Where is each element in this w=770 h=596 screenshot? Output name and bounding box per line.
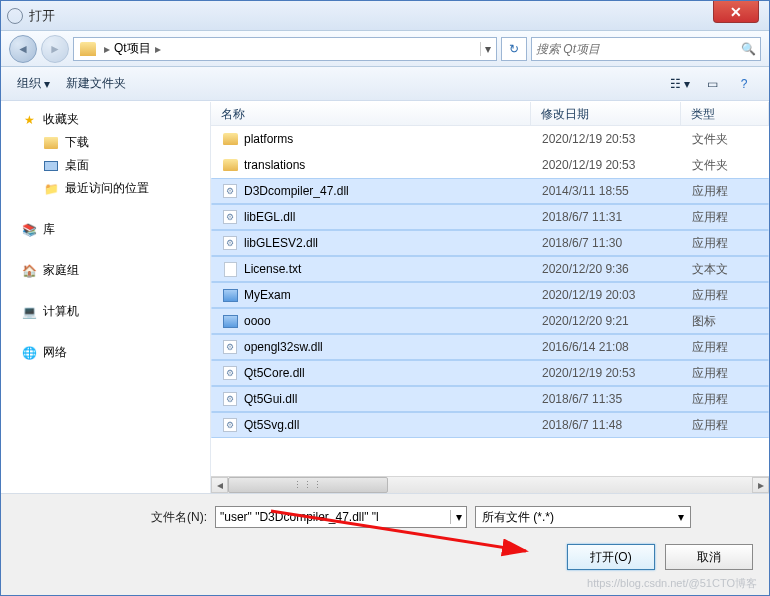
window-title: 打开 <box>29 7 55 25</box>
file-rows[interactable]: platforms2020/12/19 20:53文件夹translations… <box>211 126 769 476</box>
refresh-button[interactable]: ↻ <box>501 37 527 61</box>
search-input[interactable] <box>536 42 741 56</box>
file-row[interactable]: ⚙D3Dcompiler_47.dll2014/3/11 18:55应用程 <box>211 178 769 204</box>
desktop-icon <box>44 161 58 171</box>
file-row[interactable]: oooo2020/12/20 9:21图标 <box>211 308 769 334</box>
scroll-right-arrow[interactable]: ▸ <box>752 477 769 493</box>
filename-dropdown[interactable]: ▾ <box>450 510 466 524</box>
file-date: 2020/12/19 20:53 <box>532 132 682 146</box>
back-button[interactable]: ◄ <box>9 35 37 63</box>
scroll-thumb[interactable]: ⋮⋮⋮ <box>228 477 388 493</box>
file-type: 应用程 <box>682 365 768 382</box>
folder-icon <box>44 137 58 149</box>
breadcrumb-dropdown[interactable]: ▾ <box>480 42 494 56</box>
file-date: 2018/6/7 11:31 <box>532 210 682 224</box>
file-type: 应用程 <box>682 183 768 200</box>
scroll-left-arrow[interactable]: ◂ <box>211 477 228 493</box>
breadcrumb[interactable]: ▸ Qt项目 ▸ ▾ <box>73 37 497 61</box>
view-options-button[interactable]: ☷ ▾ <box>667 73 693 95</box>
dialog-body: ★收藏夹 下载 桌面 📁最近访问的位置 📚库 🏠家庭组 💻计算机 🌐网络 名称 … <box>1 102 769 493</box>
help-button[interactable]: ? <box>731 73 757 95</box>
file-list: 名称 修改日期 类型 platforms2020/12/19 20:53文件夹t… <box>211 102 769 493</box>
file-name: D3Dcompiler_47.dll <box>244 184 349 198</box>
file-name: MyExam <box>244 288 291 302</box>
sidebar-computer[interactable]: 💻计算机 <box>1 300 210 323</box>
homegroup-icon: 🏠 <box>21 263 37 279</box>
titlebar[interactable]: 打开 ✕ <box>1 1 769 31</box>
column-name[interactable]: 名称 <box>211 102 531 125</box>
file-row[interactable]: MyExam2020/12/19 20:03应用程 <box>211 282 769 308</box>
file-name: License.txt <box>244 262 301 276</box>
file-row[interactable]: ⚙libGLESV2.dll2018/6/7 11:30应用程 <box>211 230 769 256</box>
sidebar-libraries[interactable]: 📚库 <box>1 218 210 241</box>
close-button[interactable]: ✕ <box>713 1 759 23</box>
file-row[interactable]: translations2020/12/19 20:53文件夹 <box>211 152 769 178</box>
column-date[interactable]: 修改日期 <box>531 102 681 125</box>
file-row[interactable]: ⚙Qt5Svg.dll2018/6/7 11:48应用程 <box>211 412 769 438</box>
file-type: 应用程 <box>682 417 768 434</box>
file-name: Qt5Core.dll <box>244 366 305 380</box>
file-name: libGLESV2.dll <box>244 236 318 250</box>
footer: 文件名(N): ▾ 所有文件 (*.*) ▾ 打开(O) 取消 <box>1 493 769 595</box>
file-name: translations <box>244 158 305 172</box>
filter-label: 所有文件 (*.*) <box>482 509 554 526</box>
file-date: 2020/12/19 20:03 <box>532 288 682 302</box>
sidebar-item-downloads[interactable]: 下载 <box>1 131 210 154</box>
sidebar-favorites[interactable]: ★收藏夹 <box>1 108 210 131</box>
open-button[interactable]: 打开(O) <box>567 544 655 570</box>
file-date: 2018/6/7 11:35 <box>532 392 682 406</box>
file-date: 2020/12/20 9:21 <box>532 314 682 328</box>
navbar: ◄ ► ▸ Qt项目 ▸ ▾ ↻ 🔍 <box>1 31 769 67</box>
filename-input-wrap: ▾ <box>215 506 467 528</box>
star-icon: ★ <box>21 112 37 128</box>
file-type: 应用程 <box>682 287 768 304</box>
file-type: 文件夹 <box>682 131 768 148</box>
filename-label: 文件名(N): <box>151 509 207 526</box>
folder-icon <box>80 42 96 56</box>
search-icon: 🔍 <box>741 42 756 56</box>
app-icon <box>7 8 23 24</box>
file-type: 图标 <box>682 313 768 330</box>
file-row[interactable]: License.txt2020/12/20 9:36文本文 <box>211 256 769 282</box>
recent-icon: 📁 <box>43 181 59 197</box>
file-type: 应用程 <box>682 209 768 226</box>
file-row[interactable]: ⚙opengl32sw.dll2016/6/14 21:08应用程 <box>211 334 769 360</box>
search-box[interactable]: 🔍 <box>531 37 761 61</box>
toolbar: 组织 ▾ 新建文件夹 ☷ ▾ ▭ ? <box>1 67 769 101</box>
file-date: 2020/12/20 9:36 <box>532 262 682 276</box>
forward-button[interactable]: ► <box>41 35 69 63</box>
column-type[interactable]: 类型 <box>681 102 769 125</box>
file-type: 应用程 <box>682 235 768 252</box>
file-date: 2018/6/7 11:48 <box>532 418 682 432</box>
sidebar-network[interactable]: 🌐网络 <box>1 341 210 364</box>
sidebar-item-desktop[interactable]: 桌面 <box>1 154 210 177</box>
sidebar-item-recent[interactable]: 📁最近访问的位置 <box>1 177 210 200</box>
file-type: 文件夹 <box>682 157 768 174</box>
file-name: Qt5Gui.dll <box>244 392 297 406</box>
sidebar-homegroup[interactable]: 🏠家庭组 <box>1 259 210 282</box>
file-date: 2018/6/7 11:30 <box>532 236 682 250</box>
filter-select[interactable]: 所有文件 (*.*) ▾ <box>475 506 691 528</box>
file-date: 2014/3/11 18:55 <box>532 184 682 198</box>
chevron-down-icon: ▾ <box>678 510 684 524</box>
computer-icon: 💻 <box>21 304 37 320</box>
organize-menu[interactable]: 组织 ▾ <box>13 73 54 94</box>
file-name: opengl32sw.dll <box>244 340 323 354</box>
breadcrumb-folder[interactable]: Qt项目 <box>114 40 151 57</box>
file-name: platforms <box>244 132 293 146</box>
file-row[interactable]: ⚙Qt5Core.dll2020/12/19 20:53应用程 <box>211 360 769 386</box>
file-name: libEGL.dll <box>244 210 295 224</box>
filename-input[interactable] <box>216 510 450 524</box>
horizontal-scrollbar[interactable]: ◂ ⋮⋮⋮ ▸ <box>211 476 769 493</box>
chevron-right-icon: ▸ <box>104 42 110 56</box>
file-type: 文本文 <box>682 261 768 278</box>
open-dialog-window: 打开 ✕ ◄ ► ▸ Qt项目 ▸ ▾ ↻ 🔍 组织 ▾ 新建文件夹 ☷ ▾ ▭… <box>0 0 770 596</box>
file-date: 2020/12/19 20:53 <box>532 366 682 380</box>
file-row[interactable]: ⚙Qt5Gui.dll2018/6/7 11:35应用程 <box>211 386 769 412</box>
column-headers: 名称 修改日期 类型 <box>211 102 769 126</box>
file-row[interactable]: platforms2020/12/19 20:53文件夹 <box>211 126 769 152</box>
new-folder-button[interactable]: 新建文件夹 <box>62 73 130 94</box>
file-row[interactable]: ⚙libEGL.dll2018/6/7 11:31应用程 <box>211 204 769 230</box>
cancel-button[interactable]: 取消 <box>665 544 753 570</box>
preview-pane-button[interactable]: ▭ <box>699 73 725 95</box>
